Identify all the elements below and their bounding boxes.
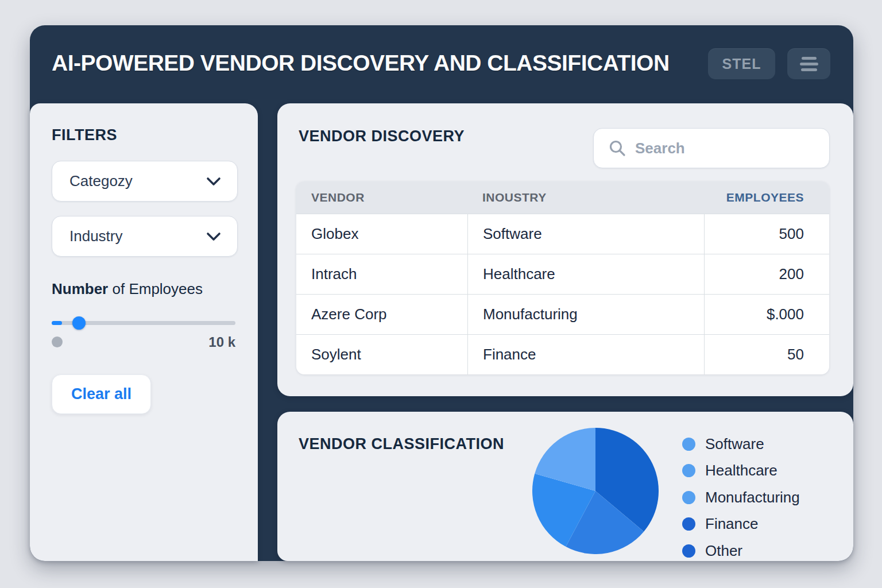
cell-vendor: Azere Corp (296, 295, 467, 334)
search-box[interactable] (593, 128, 830, 168)
category-dropdown[interactable]: Categozy (52, 161, 238, 202)
legend-item: Software (682, 431, 800, 458)
cell-industry: Software (467, 214, 704, 254)
filters-panel: FILTERS Categozy Industry Number of Empl… (30, 103, 258, 561)
legend-swatch (682, 438, 695, 451)
table-row[interactable]: Intrach Healthcare 200 (296, 254, 829, 294)
employees-slider[interactable] (52, 316, 235, 329)
cell-employees: 200 (704, 254, 829, 294)
cell-employees: $.000 (704, 295, 829, 334)
page-title: AI-POWERED VENDOR DISCOVERY AND CLASSIFI… (52, 51, 670, 76)
industry-dropdown-value: Industry (69, 227, 123, 245)
legend-label: Other (705, 542, 742, 560)
table-row[interactable]: Azere Corp Monufacturing $.000 (296, 294, 829, 334)
column-header-employees: EMPLOYEES (704, 181, 829, 214)
legend-label: Healthcare (705, 462, 777, 479)
employees-filter-label-bold: Number (52, 280, 108, 297)
filters-heading: FILTERS (52, 126, 117, 144)
search-input[interactable] (635, 140, 827, 157)
cell-industry: Monufacturing (467, 295, 704, 334)
employees-filter-label: Number of Employees (52, 280, 203, 298)
hamburger-icon (800, 57, 818, 71)
vendor-classification-title: VENDOR CLASSIFICATION (299, 435, 504, 453)
cell-industry: Finance (467, 335, 704, 374)
slider-max-label: 10 k (208, 334, 235, 350)
classification-pie-chart (532, 428, 659, 554)
cell-vendor: Soylent (296, 335, 467, 374)
chevron-down-icon (206, 232, 221, 241)
app-header: AI-POWERED VENDOR DISCOVERY AND CLASSIFI… (30, 25, 853, 103)
table-header-row: VENDOR INOUSTRY EMPLOYEES (296, 181, 829, 214)
column-header-industry: INOUSTRY (467, 181, 704, 214)
legend-item: Healthcare (682, 458, 800, 485)
legend-label: Monufacturing (705, 489, 800, 506)
employees-filter-label-rest: of Employees (108, 280, 203, 297)
stel-button[interactable]: STEL (708, 48, 775, 79)
cell-vendor: Intrach (296, 254, 467, 294)
menu-button[interactable] (787, 48, 830, 79)
vendor-classification-panel: VENDOR CLASSIFICATION Software Healthcar… (277, 412, 853, 561)
legend-item: Other (682, 537, 800, 564)
search-icon (609, 140, 626, 157)
cell-employees: 500 (704, 214, 829, 254)
legend-label: Finance (705, 515, 759, 533)
legend-swatch (682, 517, 695, 531)
legend-item: Monufacturing (682, 484, 800, 511)
slider-fill (52, 321, 62, 325)
legend-label: Software (705, 435, 764, 453)
column-header-vendor: VENDOR (296, 181, 467, 214)
clear-all-button[interactable]: Clear all (52, 374, 151, 414)
cell-industry: Healthcare (467, 254, 704, 294)
dashboard-card: AI-POWERED VENDOR DISCOVERY AND CLASSIFI… (30, 25, 853, 561)
legend-item: Finance (682, 511, 800, 538)
table-row[interactable]: Soylent Finance 50 (296, 334, 829, 374)
slider-min-dot (52, 336, 63, 347)
category-dropdown-value: Categozy (69, 172, 133, 190)
cell-vendor: Globex (296, 214, 467, 254)
vendor-discovery-panel: VENDOR DISCOVERY VENDOR INOUSTRY EMPLOYE… (277, 103, 853, 396)
pie-legend: Software Healthcare Monufacturing Financ… (682, 431, 800, 564)
vendor-table: VENDOR INOUSTRY EMPLOYEES Globex Softwar… (296, 181, 829, 374)
slider-meta: 10 k (52, 335, 235, 348)
legend-swatch (682, 544, 695, 558)
vendor-discovery-title: VENDOR DISCOVERY (299, 127, 465, 145)
legend-swatch (682, 464, 695, 477)
chevron-down-icon (206, 177, 221, 186)
legend-swatch (682, 491, 695, 504)
slider-thumb[interactable] (72, 316, 86, 330)
industry-dropdown[interactable]: Industry (52, 216, 238, 257)
table-row[interactable]: Globex Software 500 (296, 214, 829, 254)
cell-employees: 50 (704, 335, 829, 374)
